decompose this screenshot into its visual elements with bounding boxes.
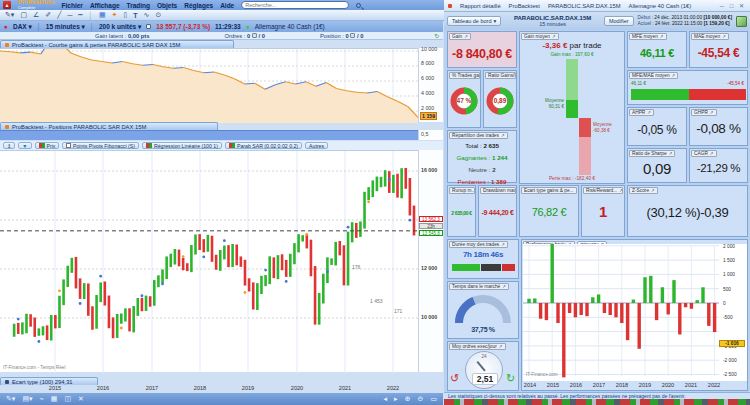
segment-tool-icon[interactable]: ╱ <box>57 11 61 19</box>
svg-text:-2 000: -2 000 <box>723 358 737 363</box>
popout-icon[interactable]: ↗ <box>647 110 651 115</box>
tab-instrument[interactable]: Allemagne 40 Cash (1€) <box>629 3 692 9</box>
popout-icon[interactable]: ↗ <box>552 34 556 39</box>
layout-icon[interactable]: ◫ <box>64 395 71 403</box>
risk-reward-value: 1 <box>582 203 624 220</box>
indicator-regression[interactable]: Régression Linéaire (100 1) <box>142 142 222 150</box>
zscore-label: Z-Score↗ <box>629 187 658 194</box>
ahpr-panel: AHPR↗ -0,05 % <box>627 107 687 146</box>
menu-trading[interactable]: Trading <box>127 2 150 9</box>
dashboard-header: Tableau de bord ▾ PARABOLIC.SAR.DAX.15M … <box>444 12 750 30</box>
positions-panel-title[interactable]: ProBacktest - Positions PARABOLIC SAR DA… <box>0 122 218 130</box>
zoom-in-icon[interactable]: ⊕ <box>405 395 411 403</box>
menu-reglages[interactable]: Réglages <box>184 2 213 9</box>
popout-icon[interactable]: ↗ <box>619 188 623 193</box>
menu-objets[interactable]: Objets <box>157 2 177 9</box>
repartition-total: Total : 2 635 <box>448 140 516 152</box>
performance-chart[interactable]: 2 0001 5001 0005000-500-1 500-2 000-2 50… <box>523 244 747 381</box>
svg-text:-500: -500 <box>723 315 733 320</box>
chart-style-icon[interactable] <box>146 24 151 29</box>
text-tool-icon[interactable]: T <box>133 12 137 19</box>
collapse-icon[interactable]: ↥ <box>3 142 15 150</box>
modify-button[interactable]: Modifier <box>604 16 634 26</box>
indicator-prix[interactable]: Prix <box>35 142 60 150</box>
mae-label: MAE moyen↗ <box>691 33 729 40</box>
trash-icon[interactable]: ▯ <box>123 11 127 19</box>
dashline-tool-icon[interactable]: ┅ <box>78 11 82 19</box>
popout-icon[interactable]: ↗ <box>464 34 468 39</box>
grid-icon[interactable]: ▦ <box>51 395 58 403</box>
indicator-parab-sar[interactable]: Parab SAR (0.02 0.02 0.2) <box>225 142 302 150</box>
angle-tool-icon[interactable]: ∠ <box>33 11 39 19</box>
avg-loss-caption: Moyenne-60,38 € <box>593 122 625 133</box>
indicator-autres[interactable]: Autres <box>305 142 328 150</box>
axis-tick: 2015 <box>547 382 559 388</box>
zoom-out-icon[interactable]: ⊖ <box>418 395 424 403</box>
report-icon <box>448 4 452 8</box>
equity-chart[interactable] <box>0 48 418 122</box>
magic-tool-icon[interactable]: ✦ <box>112 11 118 19</box>
tab-probacktest[interactable]: ProBacktest <box>509 3 540 9</box>
screenshot-icon[interactable]: ▤▾ <box>22 395 32 403</box>
search-icon[interactable] <box>356 3 361 8</box>
view-select[interactable]: Tableau de bord ▾ <box>447 16 501 26</box>
axis-tick: 2020 <box>291 385 303 391</box>
cagr-value: -21,29 % <box>690 162 747 174</box>
popout-icon[interactable]: ↗ <box>651 188 655 193</box>
popout-icon[interactable]: ↗ <box>501 133 505 138</box>
pencil-tool-icon[interactable]: ✎▾ <box>5 11 14 19</box>
orders-list-icon[interactable] <box>252 33 257 38</box>
pct-trades-label: % Trades ga...↗ <box>449 72 480 79</box>
checkbox-icon[interactable] <box>66 143 71 148</box>
popout-icon[interactable]: ↗ <box>672 73 676 78</box>
tab-rapport-detaille[interactable]: Rapport détaillé <box>460 3 501 9</box>
dashboard-window-controls[interactable]: ─ □ ✕ <box>720 2 746 9</box>
fullview-icon[interactable]: ▭ <box>430 395 437 403</box>
cursor-tool-icon[interactable]: ▢ <box>20 11 27 19</box>
draw-menu-icon[interactable]: ✎▾ <box>6 395 15 403</box>
candles-icon <box>229 143 235 148</box>
scroll-right-icon[interactable]: ▸ <box>394 395 398 403</box>
mfe-label: MFE moyen↗ <box>629 33 667 40</box>
menu-fichier[interactable]: Fichier <box>62 2 83 9</box>
sharpe-label: Ratio de Sharpe↗ <box>629 150 675 157</box>
dropdown-icon[interactable]: ▼ <box>18 142 31 150</box>
price-chart[interactable]: 1761 453171 IT-Finance.com - Temps Réel <box>0 150 418 372</box>
units-select[interactable]: 200 k unités ▾ <box>99 23 141 31</box>
erase-icon[interactable]: ✕ <box>78 395 84 403</box>
popout-icon[interactable]: ↗ <box>576 188 577 193</box>
gain-moyen-value: -3,36 € par trade <box>520 41 624 50</box>
mae-bar <box>689 89 746 100</box>
equity-panel-title[interactable]: ProBacktest - Courbe gains & pertes PARA… <box>0 40 234 48</box>
scroll-left-icon[interactable]: ◂ <box>384 395 388 403</box>
position-list-icon[interactable] <box>350 33 355 38</box>
popout-icon[interactable]: ↗ <box>722 34 726 39</box>
instrument-bar: ● DAX ▾ │ 15 minutes ▾ │ 200 k unités ▾ … <box>0 21 443 32</box>
svg-text:500: 500 <box>723 287 731 292</box>
popout-icon[interactable]: ↗ <box>501 242 505 247</box>
menu-affichage[interactable]: Affichage <box>90 2 120 9</box>
tab-system-name[interactable]: PARABOLIC.SAR.DAX.15M <box>548 3 621 9</box>
menu-aide[interactable]: Aide <box>220 2 234 9</box>
indicator-pivots[interactable]: Points Pivots Fibonacci (S) <box>62 142 138 150</box>
sync-icon[interactable]: ↻ <box>434 33 439 39</box>
positions-histogram[interactable] <box>0 130 418 140</box>
share-icon[interactable]: ⌁ <box>40 395 44 403</box>
popout-icon[interactable]: ↗ <box>710 110 714 115</box>
popout-icon[interactable]: ↗ <box>660 34 664 39</box>
search-input[interactable] <box>241 1 349 9</box>
pen-tool-icon[interactable]: ✐ <box>45 11 51 19</box>
hline-tool-icon[interactable]: ─ <box>67 12 72 19</box>
popout-icon[interactable]: ↗ <box>669 151 673 156</box>
popout-icon[interactable]: ↗ <box>499 344 503 349</box>
ratio-gp-value: 0,89 <box>484 97 516 104</box>
symbol-select[interactable]: DAX ▾ <box>13 23 32 31</box>
ecart-type-indicator-tab[interactable]: Ecart type (100) 294,31 <box>0 377 98 385</box>
export-chart-icon[interactable] <box>736 16 747 27</box>
wave-tool-icon[interactable]: ∿ <box>144 11 150 19</box>
popout-icon[interactable]: ↗ <box>502 284 506 289</box>
grid-tool-icon[interactable]: ▦ <box>99 11 106 19</box>
popout-icon[interactable]: ↗ <box>710 151 714 156</box>
zoom-tool-icon[interactable]: ⊙ <box>155 11 161 19</box>
timeframe-select[interactable]: 15 minutes ▾ <box>46 23 85 31</box>
